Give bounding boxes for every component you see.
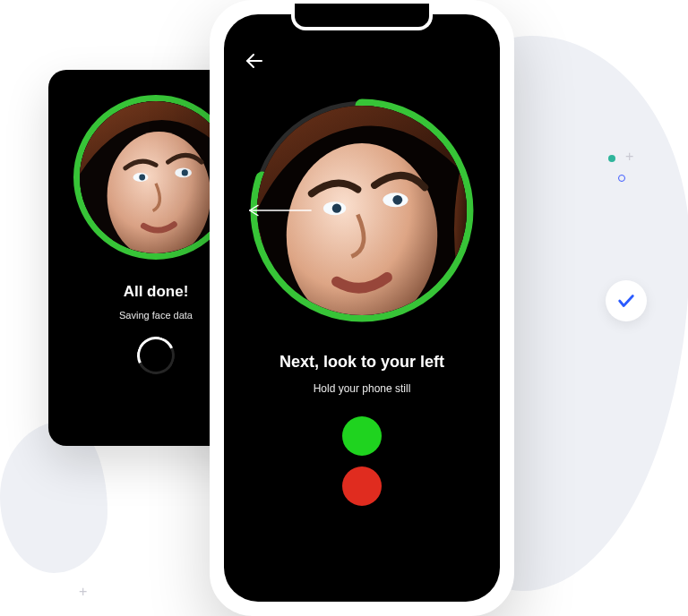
status-dot-success — [342, 416, 382, 456]
loading-spinner-icon — [132, 331, 180, 380]
decor-ring-blue — [618, 175, 625, 182]
check-badge — [606, 280, 647, 321]
svg-point-14 — [392, 195, 402, 205]
arrow-left-icon — [244, 50, 265, 72]
svg-point-5 — [182, 169, 188, 175]
direction-arrow-left-icon — [246, 203, 313, 218]
phone-notch — [291, 4, 433, 30]
status-dot-pending — [342, 466, 382, 506]
svg-point-12 — [332, 204, 341, 213]
face-scan-screen: Next, look to your left Hold your phone … — [224, 14, 500, 602]
decor-plus-b: + — [79, 585, 87, 599]
status-indicators — [224, 416, 500, 506]
back-button[interactable] — [244, 50, 265, 72]
check-icon — [616, 291, 636, 311]
face-scan-frame-main — [248, 97, 476, 324]
svg-point-3 — [139, 175, 145, 181]
instruction-subtitle: Hold your phone still — [224, 382, 500, 395]
decor-plus-a: + — [625, 150, 633, 164]
instruction-title: Next, look to your left — [224, 353, 500, 372]
decor-dot-teal — [608, 155, 615, 162]
phone-frame: Next, look to your left Hold your phone … — [210, 0, 514, 616]
